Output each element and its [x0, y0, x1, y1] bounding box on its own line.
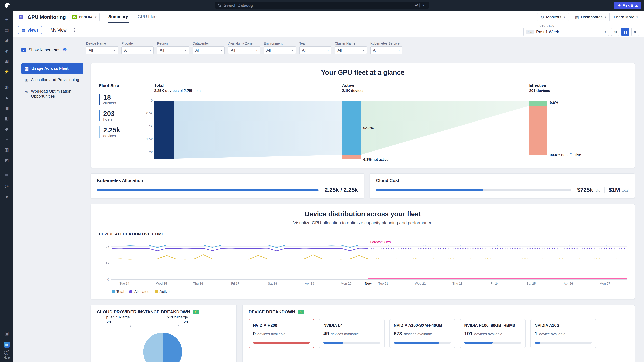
rail-icon-13[interactable]: ▥	[3, 145, 11, 153]
legend-item-allocated[interactable]: Allocated	[130, 290, 150, 294]
views-button[interactable]: ▤ Views	[18, 26, 42, 34]
rail-icon-3[interactable]: ◉	[3, 36, 11, 44]
svg-text:9.6%: 9.6%	[550, 100, 558, 105]
filter-datacenter: DatacenterAll▾	[192, 41, 225, 54]
time-range-select[interactable]: 1w Past 1 Week ▾	[523, 28, 609, 36]
allocation-plot[interactable]: 01k2k Forecast (1w)	[111, 240, 626, 280]
show-kubernetes-toggle[interactable]: ✓ Show Kubernetes ☸	[22, 45, 67, 54]
rail-icon-12[interactable]: ◒	[3, 135, 11, 143]
device-cards: NVIDIA H2000devices availableNVIDIA L449…	[248, 319, 628, 348]
distribution-title: Device distribution across your fleet	[99, 210, 626, 218]
active-app-icon[interactable]: ▦	[4, 342, 10, 348]
kubernetes-allocation-fill	[97, 189, 318, 191]
nav-item-allocation-provisioning[interactable]: ⊞ Allocation and Provisioning	[22, 74, 83, 86]
breakdown-row: CLOUD PROVIDER INSTANCE BREAKDOWN ⚡ p5en…	[90, 305, 635, 362]
filter-select[interactable]: All▾	[122, 46, 154, 54]
rail-icon-6[interactable]: ⚡	[3, 67, 11, 75]
time-controls: UTC-04:00 1w Past 1 Week ▾ ◀◀ ▶▶	[523, 24, 639, 36]
rail-icon-4[interactable]: ◈	[3, 46, 11, 55]
datadog-logo[interactable]	[3, 2, 12, 9]
device-card-nvidia-a10g[interactable]: NVIDIA A10G1device available	[530, 319, 596, 348]
filter-select[interactable]: All▾	[264, 46, 296, 54]
rail-icon-2[interactable]: ▤	[3, 26, 11, 34]
learn-more-button[interactable]: Learn More ▾	[612, 14, 639, 19]
sparkle-icon: ✦	[618, 3, 621, 8]
tab-gpu-fleet[interactable]: GPU Fleet	[137, 10, 158, 23]
kubernetes-icon: ☸	[62, 47, 67, 53]
filter-select[interactable]: All▾	[86, 46, 118, 54]
topbar: Search Datadog ⌘ K ✦ Ask Bits	[0, 0, 644, 11]
pie-label-p4d.24xlarge: p4d.24xlarge29	[167, 315, 188, 325]
filter-select[interactable]: All▾	[335, 46, 367, 54]
filter-select[interactable]: All▾	[192, 46, 225, 54]
cloud-cost-values: $725k idle $1M total	[577, 187, 628, 193]
funnel-col-effective: Effective 201 devices	[529, 83, 550, 92]
instance-pie-chart[interactable]	[143, 333, 182, 362]
global-search-input[interactable]: Search Datadog ⌘ K	[215, 2, 429, 9]
view-options-kebab[interactable]: ⋮	[72, 27, 77, 32]
tab-summary[interactable]: Summary	[108, 10, 129, 23]
chevron-down-icon: ▾	[398, 49, 400, 52]
forward-button[interactable]: ▶▶	[631, 28, 639, 36]
checkbox-checked-icon[interactable]: ✓	[22, 48, 26, 52]
allocation-chart[interactable]: 01k2k Forecast (1w) Tue 14Wed 15Thu 16Fr…	[111, 240, 626, 286]
allocation-chart-svg	[111, 240, 626, 280]
filter-select[interactable]: All▾	[370, 46, 402, 54]
fleet-size-stats: 18clusters203hosts2.25kdevices	[99, 93, 146, 138]
current-view-label[interactable]: My View	[51, 28, 66, 32]
rail-icon-5[interactable]: ▦	[3, 57, 11, 65]
kubernetes-allocation-value: 2.25k / 2.25k	[324, 187, 358, 193]
allocation-ylabels: 01k2k	[99, 240, 109, 280]
org-selector[interactable]: NVIDIA ▾	[69, 12, 100, 21]
monitors-button[interactable]: ⊙ Monitors ▾	[537, 12, 569, 21]
pause-button[interactable]	[621, 28, 629, 36]
fleet-funnel: Total 2.25K devices of 2.25K total Activ…	[146, 83, 626, 163]
filter-select[interactable]: All▾	[228, 46, 260, 54]
distribution-card: Device distribution across your fleet Vi…	[90, 204, 635, 299]
chevron-down-icon: ▾	[220, 49, 222, 52]
funnel-col-total: Total 2.25K devices of 2.25K total	[154, 83, 202, 92]
cards-column: Your GPU fleet at a glance Fleet Size 18…	[90, 63, 635, 362]
content-area: ✓ Show Kubernetes ☸ Device NameAll▾Provi…	[14, 37, 644, 362]
optimization-chart-icon: ∿	[25, 89, 28, 94]
rail-icon-10[interactable]: ◧	[3, 114, 11, 122]
rail-icon-11[interactable]: ◆	[3, 125, 11, 133]
legend-item-total[interactable]: Total	[112, 290, 124, 294]
allocation-xticks: Tue 14Wed 15Thu 16Fri 17Sat 18Apr 19Mon …	[111, 281, 626, 286]
pie-leader-line	[130, 325, 131, 328]
device-card-nvidia-h200[interactable]: NVIDIA H2000devices available	[248, 319, 314, 348]
search-shortcut: ⌘ K	[413, 3, 426, 8]
nav-item-usage-across-fleet[interactable]: ▦ Usage Across Fleet	[22, 63, 83, 74]
gpu-chip-icon	[18, 14, 24, 20]
rail-icon-7[interactable]: ◍	[3, 83, 11, 91]
settings-icon[interactable]: ▣	[3, 329, 11, 337]
sidebar-rail: ✦▤◉◈▦⚡◍▲▣◧◆◒▥◩☰◎● ▣ ▦ ? Help	[0, 11, 14, 362]
svg-text:0.5k: 0.5k	[146, 111, 153, 115]
rail-icon-16[interactable]: ◎	[3, 182, 11, 190]
fleet-glance-title: Your GPU fleet at a glance	[99, 69, 626, 76]
rail-icon-14[interactable]: ◩	[3, 156, 11, 164]
device-card-nvidia-h100_80gb_hbm3[interactable]: NVIDIA H100_80GB_HBM3101devices availabl…	[460, 319, 526, 348]
rewind-button[interactable]: ◀◀	[611, 28, 619, 36]
chevron-down-icon: ▾	[256, 49, 258, 52]
svg-text:93.2%: 93.2%	[363, 126, 374, 130]
rail-icon-15[interactable]: ☰	[3, 172, 11, 180]
rail-icon-17[interactable]: ●	[3, 192, 11, 200]
help-label[interactable]: Help	[4, 356, 10, 359]
pie-leader-line	[178, 325, 180, 328]
device-card-nvidia-l4[interactable]: NVIDIA L449devices available	[319, 319, 385, 348]
ask-bits-button[interactable]: ✦ Ask Bits	[614, 2, 641, 9]
monitor-icon: ⊙	[541, 14, 544, 19]
nav-item-workload-optimization[interactable]: ∿ Workload Optimization Opportunities	[22, 86, 83, 102]
device-card-nvidia-a100-sxm4-40gb[interactable]: NVIDIA A100-SXM4-40GB873devices availabl…	[390, 319, 455, 348]
rail-icon-8[interactable]: ▲	[3, 93, 11, 102]
filter-select[interactable]: All▾	[157, 46, 189, 54]
rail-icon-1[interactable]: ✦	[3, 15, 11, 23]
legend-item-active[interactable]: Active	[155, 290, 170, 294]
dashboards-button[interactable]: ▦ Dashboards ▾	[572, 12, 610, 21]
filter-select[interactable]: All▾	[299, 46, 332, 54]
range-badge: 1w	[526, 30, 534, 34]
rail-icon-9[interactable]: ▣	[3, 104, 11, 112]
help-icon[interactable]: ?	[4, 350, 10, 355]
stat-cards-row: Kubernetes Allocation 2.25k / 2.25k Clou…	[90, 173, 635, 198]
